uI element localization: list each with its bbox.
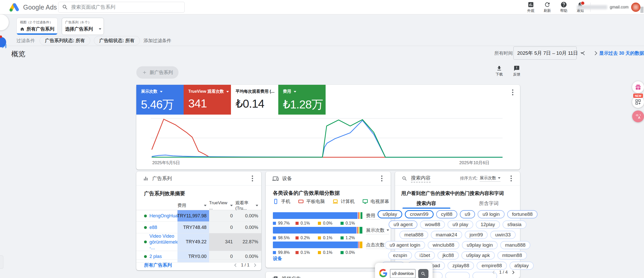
search-term-chip[interactable]: 12play: [476, 220, 500, 229]
search-term-chip[interactable]: jkc88: [437, 251, 459, 260]
chevron-down-icon: [294, 91, 296, 92]
search-terms-pager: 1 / 4: [491, 270, 515, 275]
devices-card-menu-button[interactable]: [378, 175, 386, 182]
help-icon: [560, 1, 567, 8]
campaigns-card-menu-button[interactable]: [248, 175, 256, 182]
search-term-chip[interactable]: u9 play: [448, 220, 473, 229]
search-term-chip[interactable]: u9play: [378, 210, 402, 218]
campaign-link[interactable]: e88: [149, 225, 157, 230]
search-term-chip[interactable]: manu888: [500, 241, 530, 249]
search-term-chip[interactable]: winclub88: [428, 241, 459, 249]
global-search-input[interactable]: [71, 4, 181, 10]
search-term-chip[interactable]: wow88: [420, 220, 445, 229]
search-term-chip[interactable]: fortune88: [507, 210, 538, 218]
search-term-chip[interactable]: cyl88: [436, 210, 457, 218]
translate-floating-button[interactable]: 中A: [632, 110, 644, 122]
left-edge-panel-sliver[interactable]: [0, 255, 3, 269]
preview-search-button[interactable]: [418, 269, 428, 278]
left-edge-floating-circle[interactable]: [0, 14, 9, 30]
prev-page-button[interactable]: [233, 263, 238, 267]
feedback-button[interactable]: 反馈: [509, 65, 524, 79]
appearance-icon: [527, 1, 534, 8]
devices-link[interactable]: 设备: [273, 255, 282, 262]
campaign-selector[interactable]: 广告系列（6 个） 选择广告系列: [62, 18, 104, 35]
search-term-chip[interactable]: s9asia: [503, 220, 526, 229]
search-term-chip[interactable]: zplay88: [448, 262, 474, 270]
download-label: 下载: [496, 72, 503, 77]
pct-value: 0.1%: [323, 250, 332, 255]
devices-card-title: 设备: [282, 175, 292, 182]
add-filter-button[interactable]: 添加过滤条件: [144, 38, 171, 44]
download-button[interactable]: 下载: [492, 65, 507, 79]
scorecard-3[interactable]: 费用₺1.28万: [278, 85, 326, 115]
topnav-帮助[interactable]: 帮助: [556, 0, 572, 14]
search-term-chip[interactable]: jom99: [465, 231, 488, 239]
next-page-button[interactable]: [511, 270, 515, 275]
bar-chart-icon: [143, 176, 149, 181]
color-swatch: [296, 251, 299, 254]
search-term-chip[interactable]: mamak24: [431, 231, 462, 239]
filter-chip-campaign-status[interactable]: 广告系列状态: 所有: [40, 36, 90, 45]
search-term-chip[interactable]: u9play login: [462, 241, 498, 249]
campaign-link[interactable]: Video Video görüntülemeleri -...: [149, 233, 178, 251]
global-search[interactable]: [58, 2, 185, 13]
topnav-刷新[interactable]: 刷新: [539, 0, 556, 14]
search-term-chip[interactable]: empire88: [477, 262, 507, 270]
top-app-bar: Google Ads 外观刷新帮助通知 gmail.com: [0, 0, 644, 14]
cost-cell: TRY748.48: [177, 222, 209, 233]
search-term-chip[interactable]: u9 agent login: [385, 241, 425, 249]
search-term-chip[interactable]: crown99: [405, 210, 434, 218]
next-page-button[interactable]: [253, 263, 257, 267]
campaign-link[interactable]: 2 plas: [149, 254, 162, 260]
scrollbar-thumb[interactable]: [640, 7, 643, 13]
active-view-underline: [17, 33, 57, 35]
campaign-link[interactable]: HengOngHuat99: [149, 213, 178, 219]
search-term-chip[interactable]: meta888: [399, 231, 428, 239]
date-range-picker[interactable]: 2025年 5月 7日 – 10月 11日: [513, 47, 577, 60]
prev-page-button[interactable]: [491, 270, 496, 275]
tab-1[interactable]: 所含字词: [458, 198, 520, 209]
search-term-chip[interactable]: mtown88: [497, 251, 527, 260]
search-term-chip[interactable]: u9 agent: [389, 220, 417, 229]
new-campaign-button[interactable]: 新广告系列: [136, 66, 178, 79]
search-term-chip[interactable]: u9play apk: [461, 251, 495, 260]
account-area[interactable]: gmail.com: [577, 0, 640, 14]
scorecard-metric-name: 平均每次观看费用 (...: [236, 89, 274, 94]
topnav-外观[interactable]: 外观: [523, 0, 539, 14]
search-term-chip[interactable]: uwin33: [490, 231, 515, 239]
scorecard-label: 平均每次观看费用 (...: [236, 89, 278, 94]
show-last-30-days-link[interactable]: 显示过去 30 天的数据: [599, 47, 644, 60]
search-term-chip[interactable]: u9: [460, 210, 475, 218]
search-term-chip[interactable]: u9 login: [478, 210, 505, 218]
scorecard-0[interactable]: 展示次数5.46万: [136, 85, 184, 115]
search-term-chip[interactable]: a9play: [509, 262, 534, 270]
device-metric-dropdown[interactable]: 展示次数: [366, 227, 389, 234]
color-swatch: [341, 236, 344, 239]
overview-card-menu-button[interactable]: [509, 88, 516, 96]
search-term-chip[interactable]: i1bet: [415, 251, 435, 260]
column-header-views[interactable]: TrueView ...: [209, 201, 235, 210]
scorecard-2[interactable]: 平均每次观看费用 (...₺0.14: [231, 85, 278, 115]
preview-search-input[interactable]: [390, 269, 416, 278]
search-term-chip[interactable]: ezspin: [388, 251, 412, 260]
performance-line-chart[interactable]: [151, 117, 503, 158]
all-campaigns-link[interactable]: 所有广告系列: [144, 262, 172, 268]
column-header-view-rate[interactable]: 观看率 (Tru...: [235, 201, 261, 210]
filter-chip-adgroup-status[interactable]: 广告组状态: 所有: [94, 36, 140, 45]
avatar[interactable]: [631, 3, 640, 12]
tab-0[interactable]: 搜索内容: [395, 198, 458, 209]
google-ads-logo[interactable]: Google Ads: [9, 3, 57, 12]
view-selector[interactable]: 视图（2 个过滤条件） 所有广告系列: [16, 18, 58, 35]
time-scope-label: 所有时间: [494, 47, 513, 60]
sort-value-dropdown[interactable]: 展示次数: [480, 175, 500, 182]
column-header-cost[interactable]: 费用: [177, 201, 209, 210]
search-term-chip-partial[interactable]: [445, 272, 470, 278]
gift-floating-button[interactable]: [632, 81, 644, 93]
device-legend: 手机平板电脑计算机电视屏幕: [273, 198, 389, 205]
color-swatch: [273, 236, 276, 239]
color-swatch: [341, 251, 344, 254]
device-metric-group-2: 点击次数99.8%0.1%0.1%0.0%: [273, 242, 386, 255]
date-prev-button[interactable]: [578, 47, 589, 60]
search-terms-card-menu-button[interactable]: [507, 175, 515, 182]
scorecard-1[interactable]: TrueView 观看次数341: [184, 85, 231, 115]
